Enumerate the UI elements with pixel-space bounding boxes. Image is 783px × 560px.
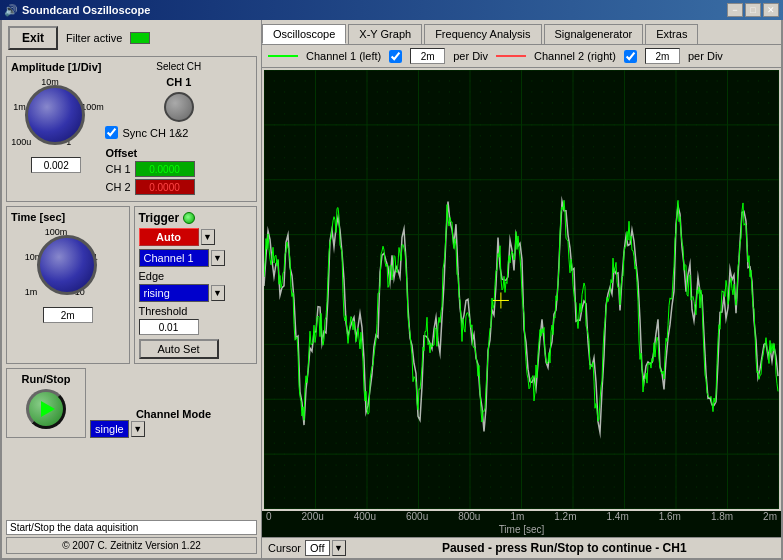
close-button[interactable]: ✕ [763, 3, 779, 17]
x-axis-label: 400u [354, 511, 376, 522]
ch1-offset-input[interactable] [135, 161, 195, 177]
time-label-bl: 1m [25, 287, 38, 297]
x-axis-label: 1.2m [554, 511, 576, 522]
time-trigger-row: Time [sec] 100m 1 10 1m 10m Trigger [6, 206, 257, 364]
channel-mode-select[interactable]: single [90, 420, 129, 438]
cursor-dropdown[interactable]: ▼ [332, 540, 346, 556]
tab-extras[interactable]: Extras [645, 24, 698, 44]
x-axis-title: Time [sec] [262, 524, 781, 537]
offset-section: Offset CH 1 CH 2 [105, 147, 252, 197]
threshold-label: Threshold [139, 305, 253, 317]
select-ch-area: Select CH CH 1 [105, 61, 252, 122]
main-container: Exit Filter active Amplitude [1/Div] 10m… [0, 20, 783, 560]
run-stop-button[interactable] [26, 389, 66, 429]
ch2-line-indicator [496, 55, 526, 57]
trigger-channel-dropdown[interactable]: ▼ [211, 250, 225, 266]
ch2-bar-label: Channel 2 (right) [534, 50, 616, 62]
offset-label: Offset [105, 147, 252, 159]
amplitude-layout: Amplitude [1/Div] 10m 100m 1 100u 1m Sel [11, 61, 252, 197]
ch1-offset-row: CH 1 [105, 161, 252, 177]
threshold-input[interactable] [139, 319, 199, 335]
cursor-row: Off ▼ [305, 540, 345, 556]
amplitude-value-input[interactable] [31, 157, 81, 173]
top-controls: Exit Filter active [6, 24, 257, 52]
run-stop-row: Run/Stop Channel Mode single ▼ [6, 368, 257, 438]
trigger-auto-button[interactable]: Auto [139, 228, 199, 246]
scope-canvas [264, 70, 779, 509]
edge-dropdown[interactable]: ▼ [211, 285, 225, 301]
ch2-checkbox[interactable] [624, 50, 637, 63]
x-axis-label: 200u [302, 511, 324, 522]
amplitude-knob[interactable] [25, 85, 85, 145]
left-panel: Exit Filter active Amplitude [1/Div] 10m… [2, 20, 262, 558]
time-title: Time [sec] [11, 211, 125, 223]
channel-mode-dropdown[interactable]: ▼ [131, 421, 145, 437]
amplitude-right: Select CH CH 1 Sync CH 1&2 Offset CH 1 [105, 61, 252, 197]
edge-select[interactable]: rising [139, 284, 209, 302]
ch2-offset-input[interactable] [135, 179, 195, 195]
scope-canvas-container[interactable] [264, 70, 779, 509]
ch1-offset-label: CH 1 [105, 163, 130, 175]
auto-set-button[interactable]: Auto Set [139, 339, 219, 359]
sync-label: Sync CH 1&2 [122, 127, 188, 139]
auto-set-row: Auto Set [139, 339, 253, 359]
tab-oscilloscope[interactable]: Oscilloscope [262, 24, 346, 44]
app-icon: 🔊 [4, 4, 18, 17]
ch1-line-indicator [268, 55, 298, 57]
x-axis-label: 600u [406, 511, 428, 522]
start-stop-label: Start/Stop the data aquisition [6, 520, 257, 535]
run-stop-title: Run/Stop [11, 373, 81, 385]
x-axis-label: 1m [510, 511, 524, 522]
ch2-per-div-unit: per Div [688, 50, 723, 62]
minimize-button[interactable]: − [727, 3, 743, 17]
ch-select-knob[interactable] [164, 92, 194, 122]
amplitude-left: Amplitude [1/Div] 10m 100m 1 100u 1m [11, 61, 101, 197]
ch1-per-div-input[interactable] [410, 48, 445, 64]
title-text: Soundcard Oszilloscope [22, 4, 150, 16]
trigger-channel-select[interactable]: Channel 1 [139, 249, 209, 267]
exit-button[interactable]: Exit [8, 26, 58, 50]
amplitude-knob-area: 10m 100m 1 100u 1m [11, 77, 101, 157]
trigger-led [183, 212, 195, 224]
channel-mode-label: Channel Mode [90, 408, 257, 420]
play-icon [41, 401, 55, 417]
amp-label-left: 1m [13, 102, 26, 112]
cursor-label: Cursor [268, 542, 301, 554]
channel-bar: Channel 1 (left) per Div Channel 2 (righ… [262, 45, 781, 68]
channel-mode-col: Channel Mode single ▼ [90, 368, 257, 438]
right-panel: OscilloscopeX-Y GraphFrequency AnalysisS… [262, 20, 781, 558]
amplitude-section: Amplitude [1/Div] 10m 100m 1 100u 1m Sel [6, 56, 257, 202]
trigger-mode-dropdown[interactable]: ▼ [201, 229, 215, 245]
ch2-per-div-input[interactable] [645, 48, 680, 64]
time-section: Time [sec] 100m 1 10 1m 10m [6, 206, 130, 364]
time-input-row [11, 307, 125, 323]
ch1-checkbox[interactable] [389, 50, 402, 63]
ch2-offset-row: CH 2 [105, 179, 252, 195]
trigger-title: Trigger [139, 211, 180, 225]
tab-signalgenerator[interactable]: Signalgenerator [544, 24, 644, 44]
trigger-header: Trigger [139, 211, 253, 225]
amp-label-bl: 100u [11, 137, 31, 147]
bottom-status: Cursor Off ▼ Paused - press Run/Stop to … [262, 537, 781, 558]
sync-checkbox[interactable] [105, 126, 118, 139]
x-axis-label: 0 [266, 511, 272, 522]
select-ch-label: Select CH [156, 61, 201, 72]
edge-label: Edge [139, 270, 253, 282]
ch1-per-div-unit: per Div [453, 50, 488, 62]
copyright: © 2007 C. Zeitnitz Version 1.22 [6, 537, 257, 554]
bottom-left-area: Start/Stop the data aquisition © 2007 C.… [6, 520, 257, 554]
tab-x-y-graph[interactable]: X-Y Graph [348, 24, 422, 44]
time-knob[interactable] [37, 235, 97, 295]
tab-frequency-analysis[interactable]: Frequency Analysis [424, 24, 541, 44]
cursor-select[interactable]: Off [305, 540, 329, 556]
ch1-label: CH 1 [166, 76, 191, 88]
tabs-bar: OscilloscopeX-Y GraphFrequency AnalysisS… [262, 20, 781, 45]
amplitude-title: Amplitude [1/Div] [11, 61, 101, 73]
time-value-input[interactable] [43, 307, 93, 323]
cursor-section: Cursor Off ▼ [268, 540, 346, 556]
x-axis-labels: 0200u400u600u800u1m1.2m1.4m1.6m1.8m2m [262, 511, 781, 524]
title-bar: 🔊 Soundcard Oszilloscope − □ ✕ [0, 0, 783, 20]
maximize-button[interactable]: □ [745, 3, 761, 17]
time-knob-area: 100m 1 10 1m 10m [23, 227, 113, 307]
trigger-mode-row: Auto ▼ [139, 228, 253, 246]
